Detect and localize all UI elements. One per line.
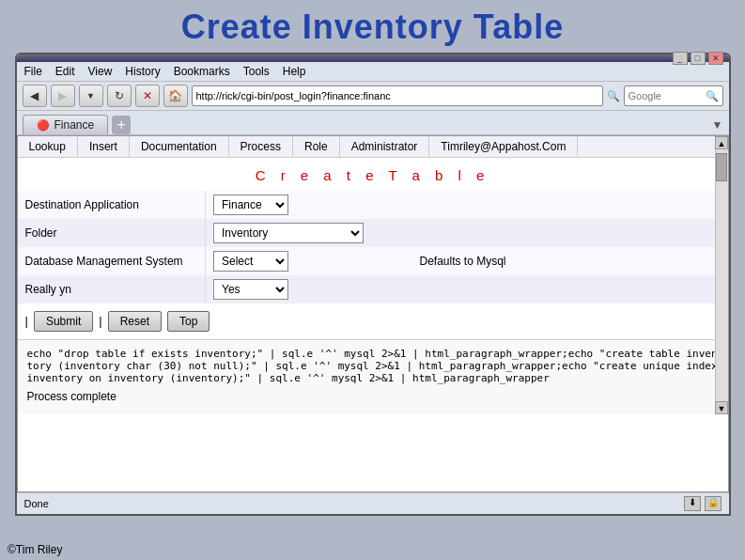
stop-button[interactable]: ✕ bbox=[135, 85, 160, 107]
table-row: Destination Application Finance bbox=[18, 191, 728, 219]
copyright: ©Tim Riley bbox=[8, 543, 62, 556]
menu-edit[interactable]: Edit bbox=[55, 65, 75, 78]
nav-documentation[interactable]: Documentation bbox=[130, 136, 229, 157]
page-title: Create Inventory Table bbox=[0, 0, 745, 53]
status-text: Done bbox=[24, 498, 49, 509]
maximize-button[interactable]: □ bbox=[691, 52, 706, 65]
table-row: Database Management System Select Defaul… bbox=[18, 247, 728, 275]
scroll-thumb[interactable] bbox=[716, 153, 727, 181]
input-folder[interactable]: Inventory bbox=[206, 219, 412, 247]
output-commands: echo "drop table if exists inventory;" |… bbox=[27, 348, 719, 384]
minimize-button[interactable]: _ bbox=[673, 52, 688, 65]
menu-bookmarks[interactable]: Bookmarks bbox=[174, 65, 230, 78]
search-go-icon: 🔍 bbox=[706, 90, 719, 102]
new-tab-button[interactable]: + bbox=[112, 116, 131, 134]
menu-tools[interactable]: Tools bbox=[243, 65, 270, 78]
refresh-button[interactable]: ↻ bbox=[107, 85, 132, 107]
status-icon-2[interactable]: 🔒 bbox=[705, 496, 722, 511]
nav-administrator[interactable]: Administrator bbox=[340, 136, 430, 157]
address-input[interactable] bbox=[192, 86, 603, 106]
tab-label: Finance bbox=[54, 118, 95, 132]
status-bar: Done ⬇ 🔒 bbox=[17, 492, 729, 514]
label-destination-application: Destination Application bbox=[18, 191, 206, 219]
hint-destination-application bbox=[412, 191, 728, 219]
close-button[interactable]: ✕ bbox=[708, 52, 723, 65]
nav-user-email[interactable]: Timriley@Appahost.Com bbox=[429, 136, 578, 157]
title-bar: _ □ ✕ bbox=[17, 54, 729, 62]
nav-lookup[interactable]: Lookup bbox=[18, 136, 78, 157]
nav-links: Lookup Insert Documentation Process Role… bbox=[18, 136, 728, 158]
nav-process[interactable]: Process bbox=[229, 136, 293, 157]
home-button[interactable]: 🏠 bbox=[163, 85, 188, 107]
process-complete: Process complete bbox=[27, 390, 719, 403]
submit-button[interactable]: Submit bbox=[34, 311, 93, 332]
scrollbar[interactable]: ▲ ▼ bbox=[715, 136, 728, 414]
label-folder: Folder bbox=[18, 219, 206, 247]
status-icon-1[interactable]: ⬇ bbox=[684, 496, 701, 511]
input-dbms[interactable]: Select bbox=[206, 247, 412, 275]
label-really: Really yn bbox=[18, 275, 206, 303]
tab-bar: 🔴 Finance + ▼ bbox=[17, 111, 729, 135]
tab-icon: 🔴 bbox=[37, 119, 50, 132]
browser-tab[interactable]: 🔴 Finance bbox=[23, 115, 109, 134]
select-folder[interactable]: Inventory bbox=[213, 223, 364, 243]
label-dbms: Database Management System bbox=[18, 247, 206, 275]
select-destination-application[interactable]: Finance bbox=[213, 194, 288, 215]
menu-view[interactable]: View bbox=[88, 65, 113, 78]
table-row: Really yn Yes No bbox=[18, 275, 728, 303]
table-row: Folder Inventory bbox=[18, 219, 728, 247]
search-icon: 🔍 bbox=[607, 90, 620, 102]
reset-button[interactable]: Reset bbox=[108, 311, 162, 332]
menu-history[interactable]: History bbox=[125, 65, 160, 78]
menu-help[interactable]: Help bbox=[283, 65, 306, 78]
form-table: Destination Application Finance Folder bbox=[18, 191, 728, 303]
forward-button[interactable]: ▶ bbox=[51, 85, 75, 107]
pipe-left: | bbox=[25, 311, 28, 332]
input-really[interactable]: Yes No bbox=[206, 275, 412, 303]
scroll-down-button[interactable]: ▼ bbox=[715, 401, 728, 414]
hint-really bbox=[412, 275, 728, 303]
browser-window: _ □ ✕ File Edit View History Bookmarks T… bbox=[15, 53, 731, 516]
form-buttons: | Submit | Reset Top bbox=[18, 303, 728, 339]
hint-dbms: Defaults to Mysql bbox=[412, 247, 728, 275]
content-area: Lookup Insert Documentation Process Role… bbox=[17, 135, 729, 492]
pipe-right: | bbox=[99, 311, 101, 332]
menu-file[interactable]: File bbox=[24, 65, 42, 78]
menu-bar: File Edit View History Bookmarks Tools H… bbox=[17, 62, 729, 82]
scroll-up-button[interactable]: ▲ bbox=[715, 136, 728, 149]
search-input[interactable] bbox=[629, 90, 704, 101]
hint-folder bbox=[412, 219, 728, 247]
select-really[interactable]: Yes No bbox=[213, 279, 288, 300]
input-destination-application[interactable]: Finance bbox=[206, 191, 412, 219]
back-button[interactable]: ◀ bbox=[23, 85, 47, 107]
top-button[interactable]: Top bbox=[167, 311, 210, 332]
form-title: C r e a t e T a b l e bbox=[18, 158, 728, 191]
nav-role[interactable]: Role bbox=[293, 136, 340, 157]
output-area: echo "drop table if exists inventory;" |… bbox=[18, 339, 728, 414]
tab-arrow[interactable]: ▼ bbox=[712, 118, 723, 132]
dropdown-button[interactable]: ▼ bbox=[79, 85, 103, 107]
nav-insert[interactable]: Insert bbox=[78, 136, 130, 157]
select-dbms[interactable]: Select bbox=[213, 251, 288, 272]
toolbar: ◀ ▶ ▼ ↻ ✕ 🏠 🔍 🔍 bbox=[17, 82, 729, 111]
